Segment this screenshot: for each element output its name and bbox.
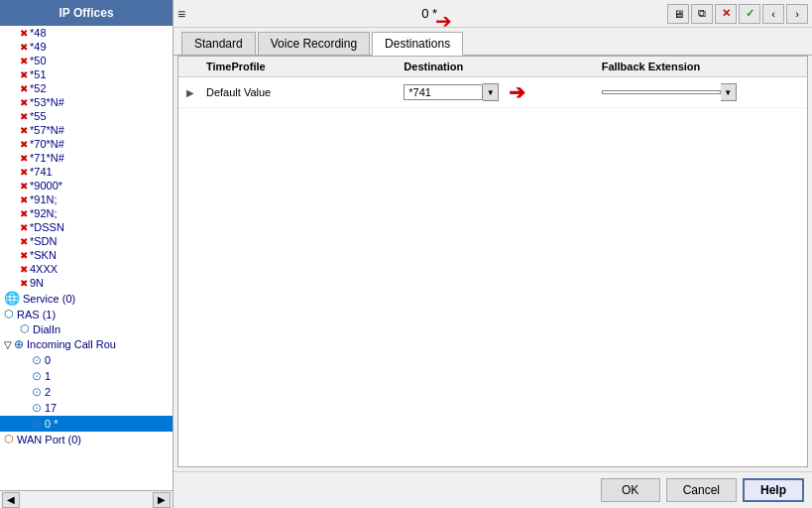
red-x-icon: ✖: [20, 153, 28, 164]
sidebar-item-9N[interactable]: ✖ 9N: [0, 276, 173, 290]
sidebar-scroll-left[interactable]: ◀: [2, 492, 20, 508]
fallback-dropdown-btn[interactable]: ▼: [721, 83, 737, 101]
tab-standard[interactable]: Standard: [181, 32, 256, 55]
tabs-bar: Standard Voice Recording Destinations ➔: [174, 28, 812, 56]
sidebar-item-wanport[interactable]: ⬡ WAN Port (0): [0, 432, 173, 446]
dialin-icon: ⬡: [20, 322, 30, 335]
ras-icon: ⬡: [4, 308, 14, 320]
tab-destinations[interactable]: Destinations ➔: [372, 32, 463, 56]
sidebar-item-label: *57*N#: [30, 124, 64, 136]
sidebar-item-label: *71*N#: [30, 152, 64, 164]
col-expand-header: [186, 61, 206, 72]
table-row[interactable]: ▶ Default Value *741 ▼ ➔ ▼: [178, 77, 807, 108]
sidebar-item-label: 2: [45, 386, 51, 398]
red-x-icon: ✖: [20, 139, 28, 150]
destination-dropdown-btn[interactable]: ▼: [483, 83, 499, 101]
sidebar-item-49[interactable]: ✖ *49: [0, 40, 173, 54]
sidebar-item-label: *49: [30, 41, 47, 53]
sidebar-bottom-bar: ◀ ▶: [0, 490, 173, 508]
sidebar-item-48[interactable]: ✖ *48: [0, 26, 173, 40]
sidebar-item-inc1[interactable]: ⊙ 1: [0, 368, 173, 384]
red-x-icon: ✖: [20, 208, 28, 219]
sidebar-item-52[interactable]: ✖ *52: [0, 81, 173, 95]
sidebar-item-inc2[interactable]: ⊙ 2: [0, 384, 173, 400]
sidebar-item-70N[interactable]: ✖ *70*N#: [0, 137, 173, 151]
right-panel: ≡ 0 * 🖥 ⧉ ✕ ✓ ‹ › Standard Voice Recordi…: [174, 0, 812, 508]
red-x-icon: ✖: [20, 194, 28, 205]
sidebar-item-741[interactable]: ✖ *741: [0, 165, 173, 179]
sidebar-item-label: 0: [45, 354, 51, 366]
bottom-buttons: OK Cancel Help: [174, 471, 812, 508]
sidebar-item-label: *9000*: [30, 180, 62, 191]
fallback-field-group: ▼: [602, 83, 799, 101]
sidebar-item-label: Service (0): [23, 293, 75, 305]
menu-icon[interactable]: ≡: [177, 6, 185, 22]
expand-icon: ▽: [4, 339, 12, 350]
tab-voice-recording[interactable]: Voice Recording: [258, 32, 370, 55]
row-expand-arrow[interactable]: ▶: [186, 87, 206, 98]
title-bar: ≡ 0 * 🖥 ⧉ ✕ ✓ ‹ ›: [174, 0, 812, 28]
globe-icon: 🌐: [4, 291, 20, 306]
sidebar-item-label: *SDN: [30, 235, 58, 247]
row-destination-cell: *741 ▼ ➔: [404, 80, 601, 104]
sidebar: IP Offices ✖ *48 ✖ *49 ✖ *50 ✖ *51 ✖ *52: [0, 0, 174, 508]
sidebar-item-label: WAN Port (0): [17, 434, 81, 445]
sidebar-item-label: *55: [30, 110, 47, 122]
sidebar-item-DSSN[interactable]: ✖ *DSSN: [0, 220, 173, 234]
sidebar-item-inc0[interactable]: ⊙ 0: [0, 352, 173, 368]
confirm-button[interactable]: ✓: [739, 4, 760, 24]
close-button[interactable]: ✕: [715, 4, 737, 24]
sidebar-item-label: *48: [30, 27, 47, 39]
incoming-route-icon: ⊙: [32, 353, 42, 367]
red-x-icon: ✖: [20, 97, 28, 108]
sidebar-item-label: RAS (1): [17, 309, 56, 320]
tab-destinations-label: Destinations: [385, 37, 450, 51]
incoming-route-icon: ⊙: [32, 385, 42, 399]
sidebar-item-incoming[interactable]: ▽ ⊕ Incoming Call Rou: [0, 336, 173, 352]
sidebar-item-label: Incoming Call Rou: [27, 338, 116, 350]
sidebar-item-71N[interactable]: ✖ *71*N#: [0, 151, 173, 165]
sidebar-item-inc17[interactable]: ⊙ 17: [0, 400, 173, 416]
red-x-icon: ✖: [20, 236, 28, 247]
next-button[interactable]: ›: [786, 4, 808, 24]
sidebar-item-53N[interactable]: ✖ *53*N#: [0, 95, 173, 109]
copy-button[interactable]: ⧉: [691, 4, 713, 24]
sidebar-item-SKN[interactable]: ✖ *SKN: [0, 248, 173, 262]
sidebar-item-label: *SKN: [30, 249, 57, 261]
red-x-icon: ✖: [20, 42, 28, 53]
help-button[interactable]: Help: [743, 478, 804, 502]
red-x-icon: ✖: [20, 181, 28, 191]
tv-icon-button[interactable]: 🖥: [667, 4, 689, 24]
incoming-route-icon: ⊙: [32, 401, 42, 415]
col-fallback-header: Fallback Extension: [602, 61, 799, 72]
destination-value: *741: [404, 84, 483, 100]
prev-button[interactable]: ‹: [762, 4, 784, 24]
red-x-icon: ✖: [20, 250, 28, 261]
sidebar-item-inc0-star[interactable]: ⊙ 0 * ➔: [0, 416, 173, 432]
sidebar-item-51[interactable]: ✖ *51: [0, 67, 173, 81]
sidebar-item-4XXX[interactable]: ✖ 4XXX: [0, 262, 173, 276]
sidebar-item-service[interactable]: 🌐 Service (0): [0, 290, 173, 307]
col-destination-header: Destination: [404, 61, 601, 72]
sidebar-item-label: *50: [30, 55, 47, 66]
sidebar-item-9000[interactable]: ✖ *9000*: [0, 179, 173, 192]
fallback-value: [602, 90, 721, 94]
ok-button[interactable]: OK: [601, 478, 660, 502]
sidebar-item-label: *52: [30, 82, 47, 94]
sidebar-item-91N[interactable]: ✖ *91N;: [0, 192, 173, 206]
sidebar-item-ras[interactable]: ⬡ RAS (1): [0, 307, 173, 321]
sidebar-item-50[interactable]: ✖ *50: [0, 54, 173, 67]
sidebar-item-57N[interactable]: ✖ *57*N#: [0, 123, 173, 137]
sidebar-item-dialin[interactable]: ⬡ DialIn: [0, 321, 173, 336]
sidebar-item-label: *91N;: [30, 193, 58, 205]
sidebar-item-label: 17: [45, 402, 57, 414]
destination-arrow-indicator: ➔: [509, 80, 525, 104]
sidebar-item-92N[interactable]: ✖ *92N;: [0, 206, 173, 220]
sidebar-item-55[interactable]: ✖ *55: [0, 109, 173, 123]
sidebar-scroll-right[interactable]: ▶: [153, 492, 171, 508]
red-x-icon: ✖: [20, 167, 28, 178]
sidebar-item-SDN[interactable]: ✖ *SDN: [0, 234, 173, 248]
sidebar-item-label: DialIn: [33, 323, 60, 335]
cancel-button[interactable]: Cancel: [666, 478, 737, 502]
row-timeprofile-cell: Default Value: [206, 86, 404, 98]
